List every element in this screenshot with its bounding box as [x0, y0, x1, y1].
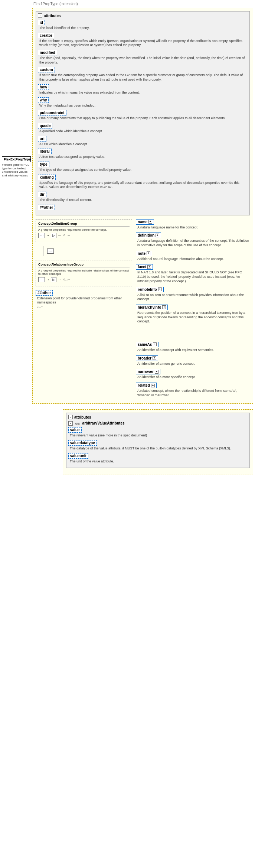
element-narrower-box: narrower +	[136, 369, 160, 374]
expand-icon-facet[interactable]: +	[147, 265, 151, 269]
element-name-box: name +	[136, 219, 154, 225]
element-related-box: related +	[136, 383, 157, 388]
attr-name-why: why	[38, 97, 49, 103]
attr-desc-qcode: A qualified code which identifies a conc…	[39, 129, 248, 134]
middle-section: ConceptDefinitionGroup A group of proper…	[36, 219, 250, 401]
right-col: name + A natural language name for the c…	[136, 219, 250, 401]
attr-desc-how: Indicates by which means the value was e…	[39, 91, 248, 95]
attr-name-dir: dir	[38, 192, 46, 197]
attr-name-any: ##other	[38, 205, 55, 210]
expand-icon-narrower[interactable]: +	[155, 370, 158, 374]
attr-item-custom: custom If set to true the corresponding …	[38, 67, 248, 82]
expand-icon-note[interactable]: +	[147, 251, 150, 255]
element-remoteinfo-desc: A link to an item or a web resource whic…	[137, 293, 250, 302]
attr-name-literal: literal	[38, 149, 52, 154]
element-definition-desc: A natural language definition of the sem…	[137, 239, 250, 247]
spacer	[136, 327, 250, 342]
concept-definition-connector: ···· → ▷ → 0...∞	[38, 233, 130, 238]
connector-dots-rel-1: ····	[38, 277, 45, 282]
bottom-attr-name-value: value	[68, 427, 82, 433]
element-related-desc: A related concept, where the relationshi…	[137, 389, 250, 397]
element-hierarchyinfo-label: hierarchyInfo	[138, 305, 161, 309]
element-note-box: note +	[136, 251, 152, 256]
element-name-desc: A natural language name for the concept.	[137, 225, 250, 230]
bottom-attrs-box: - attributes - grp arbitraryValueAttribu…	[66, 413, 250, 468]
attr-item-why: why Why the metadata has been included.	[38, 97, 248, 108]
element-broader-desc: An identifier of a more generic concept.	[137, 362, 250, 366]
main-area: - attributes id The local identifier of …	[32, 8, 253, 475]
occurrence-label-def: 0...∞	[63, 234, 70, 237]
expand-icon-remoteinfo[interactable]: +	[158, 287, 162, 291]
element-note-label: note	[138, 251, 146, 256]
bottom-attr-valueunit: valueunit The unit of the value attribut…	[68, 453, 248, 464]
bottom-attr-name-valuedatatype: valuedatatype	[68, 440, 97, 446]
middle-dot-box: ····	[47, 248, 54, 254]
attr-item-any: ##other	[38, 205, 248, 211]
bottom-attr-desc-valueunit: The unit of the value attribute.	[70, 459, 248, 464]
attr-desc-xmllang: Specifies the language of this property,…	[39, 181, 248, 189]
concept-definition-group-desc: A group of properties required to define…	[38, 228, 130, 231]
expand-icon-related[interactable]: +	[151, 384, 155, 387]
attr-list: id The local identifier of the property.…	[38, 20, 248, 211]
occurrence-label-rel: 0...∞	[63, 278, 70, 281]
element-sameas-label: sameAs	[138, 342, 152, 347]
expand-icon-name[interactable]: +	[148, 220, 152, 224]
element-remoteinfo-box: remoteInfo +	[136, 287, 164, 292]
element-narrower-label: narrower	[138, 370, 154, 374]
attr-item-id: id The local identifier of the property.	[38, 20, 248, 30]
bottom-attrs-header: - attributes	[68, 415, 248, 419]
attr-desc-pubconstraint: One or many constraints that apply to pu…	[39, 116, 248, 121]
expand-icon-definition[interactable]: +	[156, 234, 159, 237]
element-remoteinfo-label: remoteInfo	[138, 287, 157, 292]
concept-item-definition: definition + A natural language definiti…	[136, 233, 250, 247]
attr-desc-dir: The directionality of textual content.	[39, 198, 248, 202]
page-wrapper: Flex1PropType (extension) FlexExtPropTyp…	[0, 0, 255, 477]
element-name-label: name	[138, 220, 147, 224]
attr-desc-custom: If set to true the corresponding propert…	[39, 73, 248, 82]
bottom-yellow-box: - attributes - grp arbitraryValueAttribu…	[63, 409, 253, 475]
bottom-collapse-icon[interactable]: -	[68, 415, 73, 419]
bottom-attr-name-valueunit: valueunit	[68, 453, 88, 459]
concept-item-related: related + A related concept, where the r…	[136, 383, 250, 397]
attr-name-pubconstraint: pubconstraint	[38, 110, 66, 116]
attr-item-how: how Indicates by which means the value w…	[38, 84, 248, 95]
element-broader-box: broader +	[136, 355, 158, 361]
arb-collapse-icon[interactable]: -	[68, 421, 73, 426]
concept-item-broader: broader + An identifier of a more generi…	[136, 355, 250, 366]
element-sameas-box: sameAs +	[136, 342, 158, 347]
element-definition-label: definition	[138, 233, 154, 237]
attr-item-dir: dir The directionality of textual conten…	[38, 192, 248, 202]
main-yellow-box: - attributes id The local identifier of …	[32, 8, 253, 404]
attr-item-type: type The type of the concept assigned as…	[38, 162, 248, 172]
attr-item-creator: creator If the attribute is empty, speci…	[38, 33, 248, 48]
concept-relationships-connector: ···· → ▷ → 0...∞	[38, 277, 130, 282]
concept-item-name: name + A natural language name for the c…	[136, 219, 250, 230]
connector-dots-1: ····	[38, 233, 45, 238]
expand-icon-broader[interactable]: +	[153, 356, 156, 360]
grp-label: grp	[75, 422, 80, 425]
concept-elements-list: name + A natural language name for the c…	[136, 219, 250, 324]
middle-connector: ····	[47, 248, 54, 254]
element-hierarchyinfo-box: hierarchyInfo +	[136, 305, 168, 310]
left-type-area: FlexExtPropType Flexible generic PCL-typ…	[2, 156, 31, 177]
left-col: ConceptDefinitionGroup A group of proper…	[36, 219, 132, 401]
connector-dots-rel-2: ▷	[51, 277, 56, 282]
concept-item-hierarchyinfo: hierarchyInfo + Represents the position …	[136, 305, 250, 324]
element-facet-label: facet	[138, 265, 146, 269]
attributes-header: - attributes	[38, 13, 248, 18]
connector-dots-2: ▷	[51, 233, 56, 238]
attr-desc-type: The type of the concept assigned as cont…	[39, 168, 248, 172]
expand-icon-hierarchyinfo[interactable]: +	[162, 305, 166, 309]
element-hierarchyinfo-desc: Represents the position of a concept in …	[137, 311, 250, 324]
flex-ext-prop-type-box: FlexExtPropType	[2, 156, 31, 162]
concept-item-narrower: narrower + An identifier of a more speci…	[136, 369, 250, 380]
attr-name-uri: uri	[38, 136, 46, 142]
expand-icon-sameas[interactable]: +	[153, 342, 157, 346]
concept-relationships-group-desc: A group of properties required to indica…	[38, 269, 130, 276]
attr-desc-literal: A free-text value assigned as property v…	[39, 155, 248, 159]
element-definition-box: definition +	[136, 233, 161, 238]
collapse-icon[interactable]: -	[38, 13, 42, 18]
arb-group-header: - grp arbitraryValueAttributes	[68, 421, 248, 426]
attr-name-xmllang: xmllang	[38, 175, 56, 180]
arb-group-name: arbitraryValueAttributes	[82, 421, 125, 425]
